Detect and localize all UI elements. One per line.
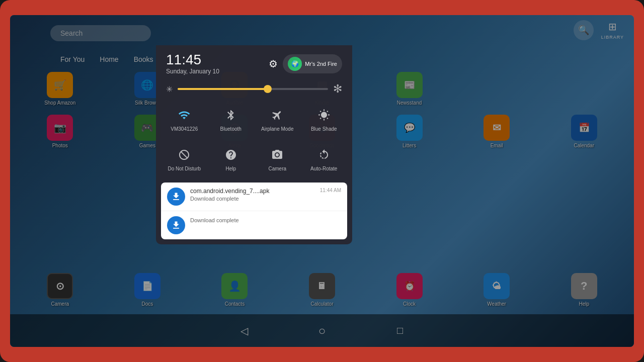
notification-item-2[interactable]: Download complete xyxy=(161,211,347,239)
brightness-track[interactable] xyxy=(178,88,328,90)
profile-name: Mr's 2nd Fire xyxy=(305,61,337,67)
autorotate-icon xyxy=(318,149,330,163)
toggle-bluetooth[interactable]: Bluetooth xyxy=(208,103,255,138)
brightness-low-icon: ✳ xyxy=(166,84,173,94)
brightness-thumb xyxy=(264,85,272,93)
qs-toggles-row2: Do Not Disturb Help Camera xyxy=(156,140,352,180)
toggle-blueshade[interactable]: Blue Shade xyxy=(301,103,348,138)
brightness-control: ✳ ✻ xyxy=(156,77,352,101)
bluetooth-label: Bluetooth xyxy=(220,126,242,132)
qs-header: 11:45 Sunday, January 10 ⚙ 🌍 Mr's 2nd Fi… xyxy=(156,45,352,77)
help-qs-icon xyxy=(225,149,237,163)
dnd-icon xyxy=(178,149,190,163)
toggle-camera-qs[interactable]: Camera xyxy=(254,143,301,177)
notification-body-2: Download complete xyxy=(190,217,341,223)
toggle-autorotate[interactable]: Auto-Rotate xyxy=(301,143,348,177)
autorotate-label: Auto-Rotate xyxy=(310,166,337,171)
quick-settings-panel: 11:45 Sunday, January 10 ⚙ 🌍 Mr's 2nd Fi… xyxy=(156,45,352,244)
brightness-fill xyxy=(178,88,268,90)
airplane-icon xyxy=(271,109,283,123)
profile-avatar: 🌍 xyxy=(288,57,302,71)
notification-body-1: Download complete xyxy=(190,196,315,202)
qs-date: Sunday, January 10 xyxy=(166,68,219,75)
blueshade-label: Blue Shade xyxy=(311,126,337,132)
notification-content-1: com.android.vending_7....apk Download co… xyxy=(190,188,315,202)
wifi-icon xyxy=(178,109,190,123)
qs-time: 11:45 xyxy=(166,53,219,67)
help-qs-label: Help xyxy=(225,166,236,171)
settings-icon[interactable]: ⚙ xyxy=(269,58,278,70)
toggle-wifi[interactable]: VM3041226 xyxy=(161,103,208,138)
notification-time-1: 11:44 AM xyxy=(320,188,341,193)
qs-toggles-row1: VM3041226 Bluetooth Airplane Mode xyxy=(156,101,352,140)
toggle-airplane[interactable]: Airplane Mode xyxy=(254,103,301,138)
brightness-high-icon: ✻ xyxy=(333,82,342,96)
camera-qs-icon xyxy=(271,149,283,163)
camera-qs-label: Camera xyxy=(268,166,286,171)
notifications-area: com.android.vending_7....apk Download co… xyxy=(161,183,347,239)
bluetooth-icon xyxy=(225,109,237,123)
notification-content-2: Download complete xyxy=(190,216,341,223)
notification-icon-2 xyxy=(167,216,185,234)
notification-item-1[interactable]: com.android.vending_7....apk Download co… xyxy=(161,183,347,211)
dnd-label: Do Not Disturb xyxy=(168,166,201,171)
notification-icon-1 xyxy=(167,188,185,206)
tablet-screen: Search 🔍 ⊞ LIBRARY For You Home Books 🛒 … xyxy=(10,15,634,347)
toggle-help[interactable]: Help xyxy=(208,143,255,177)
airplane-label: Airplane Mode xyxy=(261,126,293,132)
profile-button[interactable]: 🌍 Mr's 2nd Fire xyxy=(283,54,342,73)
wifi-label: VM3041226 xyxy=(171,126,198,132)
blueshade-icon xyxy=(318,109,330,123)
notification-title-1: com.android.vending_7....apk xyxy=(190,188,315,195)
toggle-dnd[interactable]: Do Not Disturb xyxy=(161,143,208,177)
qs-time-block: 11:45 Sunday, January 10 xyxy=(166,53,219,75)
tablet-frame: Search 🔍 ⊞ LIBRARY For You Home Books 🛒 … xyxy=(0,0,644,362)
